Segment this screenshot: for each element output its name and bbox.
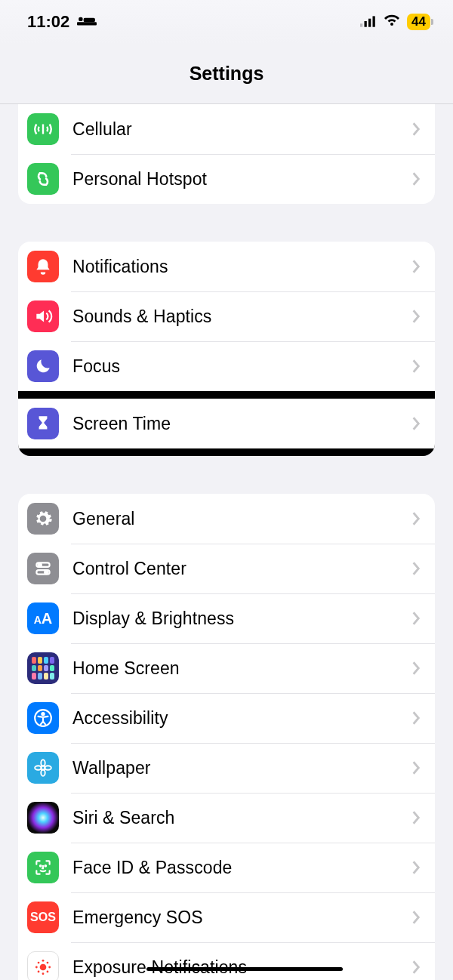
chevron-right-icon — [411, 760, 421, 775]
row-faceid-passcode[interactable]: Face ID & Passcode — [18, 843, 435, 892]
row-label: Siri & Search — [72, 808, 411, 828]
status-left: 11:02 — [27, 12, 97, 32]
bell-icon — [27, 251, 59, 282]
settings-group-general: General Control Center AA Display & Brig… — [18, 494, 435, 980]
row-emergency-sos[interactable]: SOS Emergency SOS — [18, 892, 435, 942]
row-label: Control Center — [72, 559, 411, 579]
row-label: Wallpaper — [72, 758, 411, 778]
svg-rect-2 — [84, 18, 95, 22]
row-label: Display & Brightness — [72, 609, 411, 629]
chevron-right-icon — [411, 511, 421, 526]
page-header: Settings — [0, 44, 453, 104]
svg-rect-6 — [373, 16, 375, 26]
row-display-brightness[interactable]: AA Display & Brightness — [18, 593, 435, 643]
row-focus[interactable]: Focus — [18, 341, 435, 391]
row-siri-search[interactable]: Siri & Search — [18, 793, 435, 843]
chevron-right-icon — [411, 661, 421, 676]
row-label: Face ID & Passcode — [72, 858, 411, 878]
battery-indicator: 44 — [407, 14, 430, 30]
svg-rect-3 — [360, 23, 362, 26]
siri-icon — [27, 802, 59, 834]
chevron-right-icon — [411, 810, 421, 825]
row-wallpaper[interactable]: Wallpaper — [18, 743, 435, 793]
chevron-right-icon — [411, 561, 421, 576]
row-accessibility[interactable]: Accessibility — [18, 693, 435, 743]
svg-rect-1 — [79, 17, 82, 21]
svg-point-24 — [48, 966, 51, 969]
row-label: Accessibility — [72, 708, 411, 729]
page-title: Settings — [190, 63, 264, 85]
svg-rect-0 — [77, 22, 97, 25]
cellular-signal-icon — [360, 12, 377, 32]
antenna-icon — [27, 113, 59, 145]
link-icon — [27, 163, 59, 195]
status-bar: 11:02 44 — [0, 0, 453, 44]
chevron-right-icon — [411, 860, 421, 875]
svg-point-8 — [39, 563, 42, 566]
svg-point-27 — [38, 971, 40, 973]
row-general[interactable]: General — [18, 494, 435, 544]
settings-scroll[interactable]: Cellular Personal Hotspot Notifications … — [0, 104, 453, 980]
toggles-icon — [27, 553, 59, 584]
status-right: 44 — [360, 12, 430, 32]
row-label: Personal Hotspot — [72, 169, 411, 190]
moon-icon — [27, 350, 59, 382]
svg-point-10 — [45, 571, 48, 574]
row-label: Cellular — [72, 119, 411, 140]
settings-group-network: Cellular Personal Hotspot — [18, 104, 435, 204]
svg-point-22 — [42, 972, 45, 975]
svg-point-21 — [42, 960, 45, 962]
status-time: 11:02 — [27, 12, 69, 32]
row-control-center[interactable]: Control Center — [18, 544, 435, 593]
row-home-screen[interactable]: Home Screen — [18, 643, 435, 693]
settings-group-attention: Notifications Sounds & Haptics Focus Scr… — [18, 242, 435, 456]
row-label: Focus — [72, 356, 411, 377]
row-label: Sounds & Haptics — [72, 307, 411, 327]
chevron-right-icon — [411, 910, 421, 925]
hourglass-icon — [27, 408, 59, 439]
chevron-right-icon — [411, 960, 421, 975]
row-label: Exposure Notifications — [72, 957, 411, 978]
chevron-right-icon — [411, 259, 421, 274]
chevron-right-icon — [411, 359, 421, 374]
row-label: Screen Time — [72, 414, 411, 434]
row-sounds-haptics[interactable]: Sounds & Haptics — [18, 291, 435, 341]
exposure-icon — [27, 951, 59, 980]
svg-point-18 — [40, 865, 42, 867]
svg-rect-4 — [365, 21, 367, 27]
svg-point-20 — [40, 964, 47, 971]
row-exposure-notifications[interactable]: Exposure Notifications — [18, 942, 435, 980]
grid-icon — [27, 652, 59, 684]
battery-level: 44 — [411, 14, 426, 29]
svg-point-19 — [45, 865, 46, 867]
bed-icon — [77, 12, 97, 32]
faceid-icon — [27, 852, 59, 883]
gear-icon — [27, 503, 59, 535]
aa-icon: AA — [27, 602, 59, 634]
row-label: Home Screen — [72, 658, 411, 679]
svg-rect-5 — [368, 19, 371, 27]
accessibility-icon — [27, 702, 59, 734]
chevron-right-icon — [411, 710, 421, 726]
chevron-right-icon — [411, 416, 421, 431]
row-label: Notifications — [72, 257, 411, 277]
row-personal-hotspot[interactable]: Personal Hotspot — [18, 154, 435, 204]
wifi-icon — [383, 12, 401, 32]
chevron-right-icon — [411, 309, 421, 324]
chevron-right-icon — [411, 122, 421, 137]
svg-point-12 — [42, 713, 44, 715]
row-cellular[interactable]: Cellular — [18, 104, 435, 154]
highlight-box: Screen Time — [18, 391, 435, 456]
flower-icon — [27, 752, 59, 784]
row-label: Emergency SOS — [72, 908, 411, 928]
row-notifications[interactable]: Notifications — [18, 242, 435, 291]
svg-point-26 — [47, 962, 49, 964]
sos-icon: SOS — [27, 901, 59, 933]
chevron-right-icon — [411, 171, 421, 186]
svg-point-25 — [38, 962, 40, 964]
row-label: General — [72, 509, 411, 529]
speaker-icon — [27, 300, 59, 332]
row-screen-time[interactable]: Screen Time — [18, 399, 435, 448]
chevron-right-icon — [411, 611, 421, 626]
svg-point-23 — [35, 966, 38, 969]
